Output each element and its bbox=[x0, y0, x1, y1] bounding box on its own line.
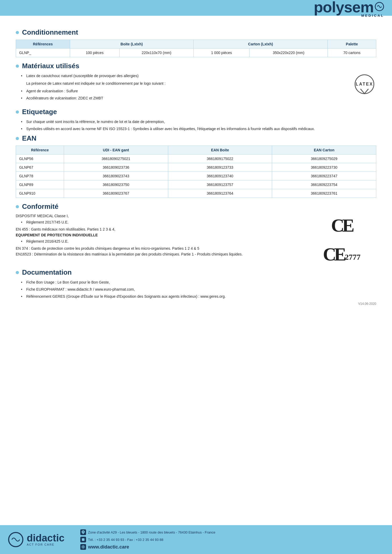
table-row: GLNP783661809023743366180912374036618092… bbox=[16, 172, 376, 180]
footer-website-text: www.didactic.care bbox=[88, 544, 129, 550]
section-etiquetage-title: Etiquetage bbox=[16, 108, 376, 116]
bullet-conformite bbox=[16, 205, 19, 208]
conformite-item-6: EN 374 : Gants de protection contre les … bbox=[16, 246, 323, 251]
main-content: Conditionnement Références Boite (LxIxh)… bbox=[0, 16, 392, 525]
ean-heading: EAN bbox=[22, 134, 36, 142]
cell-carton-qty: 1 000 pièces bbox=[193, 49, 249, 57]
ce-mark-1: CE bbox=[331, 216, 352, 235]
footer-website-row: www.didactic.care bbox=[80, 544, 384, 550]
polysem-icon bbox=[375, 2, 384, 11]
conformite-item-3: EN 455 : Gants médicaux non réutilisable… bbox=[16, 227, 323, 231]
list-item: Référencement GERES (Groupe d'Étude sur … bbox=[21, 294, 376, 299]
section-conditionnement-title: Conditionnement bbox=[16, 28, 376, 36]
ean-col-boite: EAN Boite bbox=[168, 146, 272, 155]
cell-carton: 3661809223754 bbox=[272, 180, 376, 189]
pin-icon bbox=[82, 530, 85, 534]
ean-table-body: GLNP563661809027502136618091750223661809… bbox=[16, 155, 376, 198]
list-item: Sur chaque unité sont inscrits la référe… bbox=[21, 119, 376, 125]
cell-palette: 70 cartons bbox=[328, 49, 376, 57]
cell-boite: 3661809123733 bbox=[168, 163, 272, 172]
bullet-conditionnement bbox=[16, 31, 19, 34]
cell-ref: GLNP78 bbox=[16, 172, 64, 180]
section-documentation-title: Documentation bbox=[16, 268, 376, 276]
col-references: Références bbox=[16, 40, 70, 49]
col-boite: Boite (LxIxh) bbox=[70, 40, 193, 49]
latex-text: La présence de Latex naturel est indiqué… bbox=[16, 81, 345, 86]
materiaux-list-2: Agent de vulcanisation : Sulfure Accélér… bbox=[16, 88, 345, 101]
version-stamp: V14.06-2020 bbox=[16, 302, 376, 306]
logo-area: polysem MEDICAL bbox=[314, 0, 384, 18]
materiaux-section: Latex de caoutchouc naturel (susceptible… bbox=[16, 73, 376, 103]
cell-boite: 3661809175022 bbox=[168, 155, 272, 163]
svg-rect-5 bbox=[82, 538, 84, 541]
list-item: Règlement 2016/425 U.E. bbox=[21, 239, 323, 244]
cell-udi: 3661809023743 bbox=[64, 172, 168, 180]
cell-carton-dim: 350x220x220 (mm) bbox=[250, 49, 328, 57]
cell-carton: 3661809275029 bbox=[272, 155, 376, 163]
location-icon bbox=[80, 529, 86, 535]
conditionnement-table: Références Boite (LxIxh) Carton (LxIxh) … bbox=[16, 40, 376, 57]
footer: didactic ACT FOR CARE Zone d'activité A2… bbox=[0, 525, 392, 554]
footer-brand-text: didactic ACT FOR CARE bbox=[27, 533, 65, 546]
table-row: GLNP893661809023750366180912375736618092… bbox=[16, 180, 376, 189]
conformite-icons: CE CE 2777 bbox=[323, 214, 376, 264]
table-row: GLNP_ 100 pièces 220x110x70 (mm) 1 000 p… bbox=[16, 49, 376, 57]
documentation-list: Fiche Bon Usage : Le Bon Gant pour le Bo… bbox=[16, 280, 376, 299]
latex-logo-wrapper: LATEX bbox=[353, 73, 376, 98]
section-conformite-title: Conformité bbox=[16, 203, 376, 211]
svg-text:LATEX: LATEX bbox=[356, 82, 373, 86]
web-icon bbox=[80, 544, 86, 550]
footer-address-row: Zone d'activité A29 - Les bleuets - 1800… bbox=[80, 529, 384, 535]
cell-carton: 3661809223761 bbox=[272, 189, 376, 198]
bullet-materiaux bbox=[16, 65, 19, 68]
ean-col-carton: EAN Carton bbox=[272, 146, 376, 155]
cell-ref: GLNP67 bbox=[16, 163, 64, 172]
list-item: Fiche Bon Usage : Le Bon Gant pour le Bo… bbox=[21, 280, 376, 285]
list-item: Symboles utilisés en accord avec la norm… bbox=[21, 126, 376, 132]
conformite-item-7: EN16523 : Détermination de la résistance… bbox=[16, 252, 323, 256]
conformite-text: DISPOSITIF MEDICAL Classe I, Règlement 2… bbox=[16, 214, 323, 258]
ean-col-ref: Référence bbox=[16, 146, 64, 155]
section-materiaux-title: Matériaux utilisés bbox=[16, 62, 376, 70]
list-item: Accélérateurs de vulcanisation: ZDEC et … bbox=[21, 95, 345, 101]
logo-medical-text: MEDICAL bbox=[361, 14, 384, 18]
cell-boite: 3661809123757 bbox=[168, 180, 272, 189]
etiquetage-heading: Etiquetage bbox=[22, 108, 57, 116]
materiaux-text-block: Latex de caoutchouc naturel (susceptible… bbox=[16, 73, 345, 103]
cell-ref: GLNP910 bbox=[16, 189, 64, 198]
cell-udi: 36618090275021 bbox=[64, 155, 168, 163]
didactic-logo-icon bbox=[8, 532, 24, 547]
logo-polysem: polysem bbox=[314, 0, 374, 16]
bullet-etiquetage bbox=[16, 110, 19, 114]
globe-icon bbox=[82, 545, 85, 548]
latex-logo-svg: LATEX bbox=[353, 73, 376, 97]
table-row: GLNP910366180902376736618091237643661809… bbox=[16, 189, 376, 198]
documentation-heading: Documentation bbox=[22, 268, 72, 276]
table-row: GLNP673661809023736366180912373336618092… bbox=[16, 163, 376, 172]
cell-ref: GLNP_ bbox=[16, 49, 70, 57]
cell-udi: 3661809023750 bbox=[64, 180, 168, 189]
footer-brand-area: didactic ACT FOR CARE bbox=[8, 532, 65, 547]
page: polysem MEDICAL Conditionnement Référenc… bbox=[0, 0, 392, 554]
list-item: Règlement 2017/745 U.E. bbox=[21, 220, 323, 225]
cell-carton: 3661809223747 bbox=[272, 172, 376, 180]
cell-ref: GLNP56 bbox=[16, 155, 64, 163]
header-bar: polysem MEDICAL bbox=[0, 0, 392, 16]
cell-ref: GLNP89 bbox=[16, 180, 64, 189]
ce-mark-2777: CE 2777 bbox=[323, 245, 361, 264]
footer-brand-name: didactic bbox=[27, 533, 65, 543]
table-row: GLNP563661809027502136618091750223661809… bbox=[16, 155, 376, 163]
svg-point-4 bbox=[83, 531, 84, 532]
conformite-block: DISPOSITIF MEDICAL Classe I, Règlement 2… bbox=[16, 214, 376, 264]
col-carton: Carton (LxIxh) bbox=[193, 40, 327, 49]
cell-boite-dim: 220x110x70 (mm) bbox=[120, 49, 194, 57]
section-ean-title: EAN bbox=[16, 134, 376, 142]
ean-col-udi: UDI - EAN gant bbox=[64, 146, 168, 155]
footer-tel-row: Tél. : +33 2 35 44 93 93 - Fax : +33 2 3… bbox=[80, 537, 384, 542]
conformite-list-1: Règlement 2017/745 U.E. bbox=[16, 220, 323, 225]
materiaux-list: Latex de caoutchouc naturel (susceptible… bbox=[16, 73, 345, 79]
conformite-item-1: DISPOSITIF MEDICAL Classe I, bbox=[16, 214, 323, 218]
cell-boite: 3661809123740 bbox=[168, 172, 272, 180]
ean-table: Référence UDI - EAN gant EAN Boite EAN C… bbox=[16, 146, 376, 198]
conformite-list-2: Règlement 2016/425 U.E. bbox=[16, 239, 323, 244]
